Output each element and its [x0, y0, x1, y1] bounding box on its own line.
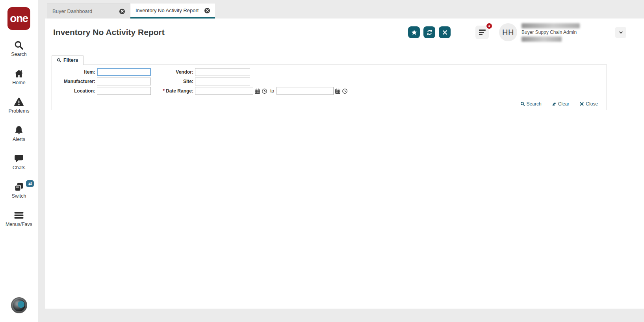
bell-icon — [14, 125, 24, 135]
sidebar-item-search[interactable]: Search — [11, 40, 27, 57]
star-icon — [411, 29, 418, 36]
item-label: Item: — [52, 69, 97, 75]
location-label: Location: — [52, 88, 97, 94]
sidebar-item-chats[interactable]: Chats — [13, 154, 26, 170]
eraser-icon — [552, 102, 557, 106]
clear-link[interactable]: Clear — [552, 101, 570, 107]
menu-lines-icon — [479, 28, 486, 36]
filter-actions: Search Clear Close — [52, 101, 607, 107]
filters-tab-label: Filters — [63, 57, 78, 63]
home-icon — [14, 68, 24, 79]
sidebar-item-label: Alerts — [13, 137, 25, 142]
date-from-input[interactable] — [195, 87, 253, 95]
calendar-icon[interactable] — [254, 88, 260, 94]
close-x-icon — [579, 102, 584, 106]
calendar-icon[interactable] — [335, 88, 341, 94]
date-range-to-label: to — [270, 88, 274, 94]
chevron-down-icon — [618, 30, 624, 35]
sidebar-item-label: Switch — [12, 193, 26, 199]
user-info: Buyer Suppy Chain Admin — [522, 23, 615, 42]
header-controls: ★ HH Buyer Suppy Chain Admin — [405, 23, 626, 42]
favorite-badge-icon: ★ — [486, 22, 493, 30]
item-input[interactable] — [97, 68, 151, 76]
sidebar-item-menus-favs[interactable]: Menus/Favs — [6, 210, 32, 227]
redacted-user-detail — [522, 37, 562, 42]
search-icon — [57, 58, 61, 63]
sidebar-item-label: Search — [11, 52, 27, 57]
redacted-user-name — [522, 23, 580, 28]
sidebar-item-home[interactable]: Home — [12, 68, 25, 85]
vendor-label: Vendor: — [151, 69, 195, 75]
refresh-icon — [426, 29, 433, 36]
tab-buyer-dashboard[interactable]: Buyer Dashboard — [47, 4, 130, 19]
page-header: Inventory No Activity Report — [45, 19, 644, 44]
one-network-logo[interactable]: one — [7, 7, 30, 30]
clock-icon[interactable] — [342, 88, 348, 94]
search-icon — [520, 102, 525, 106]
switch-swap-badge: ⇄ — [26, 180, 34, 187]
filters-tab[interactable]: Filters — [52, 56, 84, 65]
vendor-input[interactable] — [195, 68, 250, 76]
filter-row: Manufacturer: Site: — [52, 77, 607, 86]
sidebar-item-problems[interactable]: Problems — [9, 97, 30, 114]
page-title: Inventory No Activity Report — [53, 28, 165, 37]
search-icon — [14, 40, 24, 50]
sidebar-item-switch[interactable]: ⇄ Switch — [12, 182, 26, 199]
main-area: Buyer Dashboard Inventory No Activity Re… — [45, 0, 644, 322]
filters-section: Filters Item: Vendor: Manufacturer: Site… — [45, 56, 644, 110]
switch-windows-icon — [14, 182, 24, 192]
sidebar-item-label: Menus/Favs — [6, 222, 32, 227]
filter-row: Location: *Date Range: — [52, 86, 607, 96]
tab-close-icon[interactable] — [204, 8, 210, 13]
required-marker: * — [163, 88, 165, 94]
user-role: Buyer Suppy Chain Admin — [522, 30, 615, 35]
favorite-button[interactable] — [408, 26, 420, 38]
site-input[interactable] — [195, 78, 250, 85]
filters-panel: Item: Vendor: Manufacturer: Site: Locati… — [52, 65, 607, 110]
close-report-button[interactable] — [439, 26, 451, 38]
location-input[interactable] — [97, 87, 151, 95]
warning-icon — [14, 97, 24, 107]
content-sheet: Inventory No Activity Report — [45, 19, 644, 309]
tab-inventory-no-activity-report[interactable]: Inventory No Activity Report — [130, 4, 215, 19]
header-divider — [465, 23, 465, 41]
chat-bubble-icon — [14, 154, 24, 164]
user-menu-toggle[interactable] — [615, 27, 626, 38]
tab-strip: Buyer Dashboard Inventory No Activity Re… — [45, 0, 644, 19]
assistant-avatar[interactable] — [11, 297, 27, 313]
tab-label: Buyer Dashboard — [52, 8, 92, 14]
tab-label: Inventory No Activity Report — [135, 7, 199, 13]
tab-close-icon[interactable] — [119, 9, 125, 14]
site-label: Site: — [151, 79, 195, 84]
close-icon — [442, 29, 448, 36]
refresh-button[interactable] — [423, 26, 435, 38]
search-link[interactable]: Search — [520, 101, 542, 107]
user-avatar[interactable]: HH — [499, 23, 517, 41]
filter-row: Item: Vendor: — [52, 67, 607, 77]
sidebar: one Search Home — [0, 0, 38, 322]
date-to-input[interactable] — [277, 87, 334, 95]
sidebar-item-label: Problems — [9, 108, 30, 114]
close-link[interactable]: Close — [579, 101, 598, 107]
sidebar-item-label: Chats — [13, 165, 26, 170]
sidebar-item-label: Home — [12, 80, 25, 85]
logo-text: one — [10, 12, 28, 25]
user-initials: HH — [502, 28, 514, 37]
date-range-label: *Date Range: — [151, 88, 195, 94]
manufacturer-input[interactable] — [97, 78, 151, 85]
favorites-menu-button[interactable]: ★ — [475, 26, 489, 39]
hamburger-icon — [14, 210, 24, 220]
clock-icon[interactable] — [262, 88, 267, 94]
sidebar-item-alerts[interactable]: Alerts — [13, 125, 25, 142]
manufacturer-label: Manufacturer: — [52, 79, 97, 84]
sidebar-nav: Search Home Problems — [0, 40, 38, 239]
